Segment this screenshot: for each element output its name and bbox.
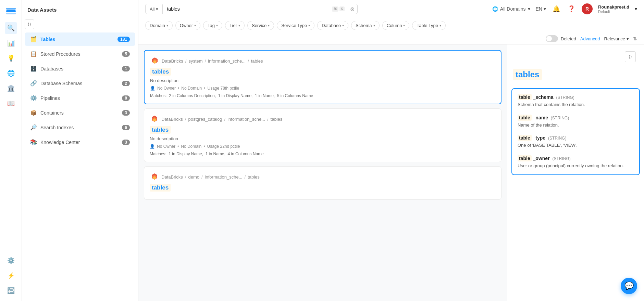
result-2-path3: tables <box>271 117 283 122</box>
nav-explore[interactable]: 📊 <box>5 37 17 49</box>
filter-tier[interactable]: Tier ▾ <box>225 21 245 30</box>
avatar[interactable]: R <box>582 3 593 14</box>
sidebar-item-knowledge-center[interactable]: 📚 Knowledge Center 3 <box>25 135 135 149</box>
nav-settings[interactable]: ⚙️ <box>5 254 17 267</box>
stored-procedures-badge: 5 <box>122 51 130 57</box>
user-chevron: ▾ <box>635 6 637 12</box>
filter-database-chevron: ▾ <box>342 24 344 27</box>
sidebar-item-database-schemas[interactable]: 🔗 Database Schemas 2 <box>25 77 135 90</box>
result-2-path1: postgres_catalog <box>188 117 222 122</box>
filter-table-type[interactable]: Table Type ▾ <box>412 21 446 30</box>
nav-insights[interactable]: 💡 <box>5 52 17 64</box>
sidebar-collapse-toggle[interactable]: ⟨⟩ <box>25 19 34 29</box>
detail-toggle-button[interactable]: ⟨⟩ <box>625 51 636 62</box>
help-button[interactable]: ❓ <box>567 4 576 14</box>
nav-knowledge[interactable]: 📖 <box>5 97 17 109</box>
search-scope-chevron: ▾ <box>156 6 158 12</box>
search-clear-button[interactable]: ⊗ <box>347 4 357 14</box>
result-1-usage: Usage 78th pctile <box>207 86 239 91</box>
sidebar-item-databases[interactable]: 🗄️ Databases 1 <box>25 62 135 75</box>
detail-field-table-name: table _name (STRING) Name of the relatio… <box>518 115 634 129</box>
filter-database[interactable]: Database ▾ <box>317 21 348 30</box>
pipelines-icon: ⚙️ <box>30 95 37 101</box>
result-1-path2: information_sche... <box>208 58 246 64</box>
containers-badge: 3 <box>122 110 130 116</box>
pipelines-badge: 8 <box>122 95 130 101</box>
databricks-icon-2 <box>150 114 159 124</box>
filter-domain[interactable]: Domain ▾ <box>145 21 173 30</box>
nav-governance[interactable]: 🌐 <box>5 67 17 79</box>
sidebar-item-stored-procedures[interactable]: 📋 Stored Procedures 5 <box>25 47 135 61</box>
sidebar-item-label: Containers <box>40 110 119 116</box>
sidebar-item-tables[interactable]: 🗂️ Tables 181 <box>25 32 135 46</box>
results-panel: DataBricks / system / information_sche..… <box>138 44 507 301</box>
result-1-owner: No Owner <box>157 86 176 91</box>
sidebar-item-containers[interactable]: 📦 Containers 3 <box>25 106 135 119</box>
field-desc-3: One of 'BASE TABLE', 'VIEW'. <box>518 142 634 149</box>
filter-tier-label: Tier <box>230 23 237 28</box>
filter-schema-chevron: ▾ <box>373 24 375 27</box>
tables-badge: 181 <box>117 37 130 42</box>
filter-column-label: Column <box>387 23 402 28</box>
result-3-path2: information_sche... <box>205 174 243 180</box>
deleted-switch[interactable] <box>546 35 558 42</box>
filter-bar: Domain ▾ Owner ▾ Tag ▾ Tier ▾ Service ▾ … <box>138 18 644 33</box>
field-name-prefix-3: table <box>518 135 532 141</box>
deleted-toggle: Deleted <box>546 35 576 42</box>
detail-panel: ⟨⟩ tables table _schema (STRING) Schema … <box>507 44 644 301</box>
containers-icon: 📦 <box>30 109 37 116</box>
result-breadcrumb-3: DataBricks / demo / information_sche... … <box>150 172 496 182</box>
filter-tag-label: Tag <box>208 23 215 28</box>
filter-service-type[interactable]: Service Type ▾ <box>277 21 314 30</box>
sidebar-item-label: Tables <box>40 37 114 42</box>
result-card-3[interactable]: DataBricks / demo / information_sche... … <box>144 166 501 200</box>
filter-tag[interactable]: Tag ▾ <box>203 21 222 30</box>
result-2-title: tables <box>150 126 171 134</box>
nav-search[interactable]: 🔍 <box>5 22 17 34</box>
filter-tag-chevron: ▾ <box>216 24 218 27</box>
knowledge-center-badge: 3 <box>122 140 130 145</box>
filter-service-label: Service <box>252 23 267 28</box>
domains-selector[interactable]: 🌐 All Domains ▾ <box>492 6 530 12</box>
filter-service-type-label: Service Type <box>281 23 307 28</box>
relevance-selector[interactable]: Relevance ▾ <box>604 36 629 41</box>
result-3-service: DataBricks <box>161 174 183 180</box>
search-input[interactable] <box>163 4 329 14</box>
filter-column[interactable]: Column ▾ <box>382 21 410 30</box>
main-content: All ▾ ⌘ K ⊗ 🌐 All Domains ▾ EN ▾ <box>138 0 644 301</box>
field-desc-4: User or group (principal) currently owni… <box>518 162 634 169</box>
user-info: Rounakpreet.d Default <box>598 4 629 14</box>
app-logo[interactable] <box>5 4 17 16</box>
language-selector[interactable]: EN ▾ <box>536 6 546 12</box>
sort-icon[interactable]: ⇅ <box>633 36 637 41</box>
result-card-1[interactable]: DataBricks / system / information_sche..… <box>144 50 501 104</box>
search-scope-selector[interactable]: All ▾ <box>146 4 163 14</box>
result-1-matches: Matches: 2 in Columns Description, 1 in … <box>150 93 495 98</box>
search-indexes-badge: 6 <box>122 125 130 130</box>
lang-chevron: ▾ <box>544 6 546 12</box>
filter-service[interactable]: Service ▾ <box>247 21 274 30</box>
result-card-2[interactable]: DataBricks / postgres_catalog / informat… <box>144 108 501 162</box>
search-indexes-icon: 🔎 <box>30 124 37 131</box>
database-schemas-icon: 🔗 <box>30 80 37 87</box>
sidebar-item-search-indexes[interactable]: 🔎 Search Indexes 6 <box>25 121 135 134</box>
content-area: DataBricks / system / information_sche..… <box>138 44 644 301</box>
chat-button[interactable]: 💬 <box>621 278 637 294</box>
advanced-button[interactable]: Advanced <box>580 36 600 41</box>
field-desc-2: Name of the relation. <box>518 122 634 129</box>
nav-quality[interactable]: 🏛️ <box>5 82 17 94</box>
notifications-button[interactable]: 🔔 <box>552 4 561 14</box>
topbar: All ▾ ⌘ K ⊗ 🌐 All Domains ▾ EN ▾ <box>138 0 644 18</box>
toolbar-row: Deleted Advanced Relevance ▾ ⇅ <box>138 33 644 44</box>
result-2-service: DataBricks <box>161 117 183 122</box>
lang-label: EN <box>536 6 542 12</box>
globe-icon: 🌐 <box>492 6 498 12</box>
filter-schema[interactable]: Schema ▾ <box>351 21 380 30</box>
filter-owner[interactable]: Owner ▾ <box>175 21 200 30</box>
sidebar-item-pipelines[interactable]: ⚙️ Pipelines 8 <box>25 91 135 105</box>
nav-pipeline[interactable]: ⚡ <box>5 270 17 282</box>
relevance-chevron: ▾ <box>627 36 629 41</box>
topbar-right: 🌐 All Domains ▾ EN ▾ 🔔 ❓ R Rounakpreet.d… <box>492 3 637 14</box>
sidebar-item-label: Database Schemas <box>40 81 119 86</box>
nav-back[interactable]: ↩️ <box>5 285 17 297</box>
